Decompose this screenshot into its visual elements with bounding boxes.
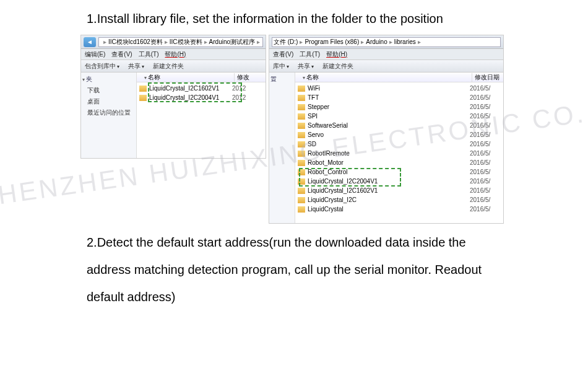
toolbar-library[interactable]: 库中 [273, 62, 289, 71]
explorer-right: 文件 (D:) ▸ Program Files (x86) ▸ Arduino … [269, 35, 504, 224]
breadcrumb-sep: ▸ [361, 38, 364, 45]
table-row[interactable]: SPI2016/5/ [295, 112, 503, 121]
column-headers-right: ▾名称 修改日期 [295, 73, 503, 82]
col-date[interactable]: 修改 [235, 73, 266, 82]
folder-icon [298, 113, 305, 120]
file-date: 2016/5/ [470, 122, 501, 129]
table-row[interactable]: Robot_Control2016/5/ [295, 167, 503, 177]
folder-icon [298, 178, 305, 185]
breadcrumb-sep: ▸ [165, 38, 168, 45]
file-date: 2016/5/ [470, 131, 501, 138]
sidebar-item-recent[interactable]: 最近访问的位置 [82, 107, 135, 118]
file-date: 2016/5/ [470, 187, 501, 194]
toolbar-share[interactable]: 共享 [128, 62, 144, 71]
folder-icon [298, 141, 305, 147]
file-date: 2016/5/ [470, 196, 501, 203]
folder-icon [298, 206, 305, 213]
menu-help[interactable]: 帮助(H) [326, 50, 347, 59]
table-row[interactable]: LiquidCrystal_I2C1602V1 2012 [137, 84, 266, 93]
toolbar-left: 包含到库中 共享 新建文件夹 [81, 60, 266, 73]
table-row[interactable]: LiquidCrystal_I2C2004V12016/5/ [295, 177, 503, 186]
table-row[interactable]: SD2016/5/ [295, 139, 503, 149]
file-list-right: WiFi2016/5/TFT2016/5/Stepper2016/5/SPI20… [295, 82, 503, 215]
instruction-step2: 2.Detect the default start address(run t… [0, 224, 588, 313]
table-row[interactable]: TFT2016/5/ [295, 93, 503, 102]
table-row[interactable]: LiquidCrystal_I2C2016/5/ [295, 195, 503, 204]
breadcrumb-item[interactable]: Arduino [366, 38, 387, 45]
file-date: 2016/5/ [470, 150, 501, 157]
menu-tools[interactable]: 工具(T) [139, 50, 159, 59]
table-row[interactable]: RobotIRremote2016/5/ [295, 149, 503, 158]
file-date: 2012 [232, 85, 263, 92]
file-pane-right: ▾名称 修改日期 WiFi2016/5/TFT2016/5/Stepper201… [295, 73, 503, 223]
file-date: 2016/5/ [470, 141, 501, 147]
table-row[interactable]: LiquidCrystal_I2C1602V12016/5/ [295, 186, 503, 195]
table-row[interactable]: Servo2016/5/ [295, 130, 503, 139]
folder-icon [298, 197, 305, 203]
breadcrumb-left[interactable]: ▸ IIC模块lcd1602资料 ▸ IIC模块资料 ▸ Arduino测试程序… [98, 37, 263, 47]
nav-bar-left: ◄ ▸ IIC模块lcd1602资料 ▸ IIC模块资料 ▸ Arduino测试… [81, 35, 266, 49]
folder-icon [298, 169, 305, 175]
col-name[interactable]: ▾名称 [137, 73, 235, 82]
menu-tools[interactable]: 工具(T) [300, 50, 320, 59]
col-date[interactable]: 修改日期 [472, 73, 503, 82]
folder-icon [298, 123, 305, 129]
file-date: 2016/5/ [470, 85, 501, 92]
breadcrumb-item[interactable]: Arduino测试程序 [209, 38, 255, 46]
instruction-step1: 1.Install library file, set the informat… [0, 0, 588, 35]
folder-icon [298, 132, 305, 138]
folder-icon [298, 188, 305, 194]
breadcrumb-sep: ▸ [103, 38, 106, 45]
breadcrumb-sep: ▸ [257, 38, 260, 45]
breadcrumb-item[interactable]: libraries [394, 38, 416, 45]
breadcrumb-prefix: 文件 (D:) [274, 38, 298, 46]
sidebar-section: 置 [270, 75, 293, 84]
breadcrumb-sep: ▸ [300, 38, 303, 45]
folder-icon [298, 86, 305, 92]
back-button[interactable]: ◄ [84, 37, 96, 47]
table-row[interactable]: LiquidCrystal_I2C2004V1 2012 [137, 93, 266, 102]
toolbar-newfolder[interactable]: 新建文件夹 [153, 62, 184, 71]
toolbar-right: 库中 共享 新建文件夹 [269, 60, 503, 73]
menu-view[interactable]: 查看(V) [273, 50, 293, 59]
toolbar-newfolder[interactable]: 新建文件夹 [322, 62, 353, 71]
menu-view[interactable]: 查看(V) [111, 50, 132, 59]
table-row[interactable]: WiFi2016/5/ [295, 84, 503, 93]
menu-edit[interactable]: 编辑(E) [85, 50, 105, 59]
sidebar-left: ▾夹 下载 桌面 最近访问的位置 [81, 73, 137, 158]
folder-icon [298, 160, 305, 166]
toolbar-library[interactable]: 包含到库中 [85, 62, 119, 71]
file-date: 2016/5/ [470, 103, 501, 110]
table-row[interactable]: SoftwareSerial2016/5/ [295, 121, 503, 130]
folder-icon [298, 151, 305, 157]
file-pane-left: ▾名称 修改 LiquidCrystal_I2C1602V1 2012 Liqu… [137, 73, 266, 158]
menu-bar-right: 查看(V) 工具(T) 帮助(H) [269, 49, 503, 60]
explorers-container: ◄ ▸ IIC模块lcd1602资料 ▸ IIC模块资料 ▸ Arduino测试… [0, 35, 588, 224]
menu-help[interactable]: 帮助(H) [165, 50, 186, 59]
menu-bar-left: 编辑(E) 查看(V) 工具(T) 帮助(H) [81, 49, 266, 60]
file-list-left: LiquidCrystal_I2C1602V1 2012 LiquidCryst… [137, 82, 266, 103]
folder-icon [139, 95, 147, 101]
breadcrumb-sep: ▸ [418, 38, 421, 45]
file-date: 2016/5/ [470, 94, 501, 101]
explorer-body-right: 置 ▾名称 修改日期 WiFi2016/5/TFT2016/5/Stepper2… [269, 73, 503, 223]
breadcrumb-item[interactable]: IIC模块lcd1602资料 [108, 38, 163, 46]
sidebar-section: ▾夹 [82, 75, 135, 84]
breadcrumb-right[interactable]: 文件 (D:) ▸ Program Files (x86) ▸ Arduino … [272, 37, 501, 47]
toolbar-share[interactable]: 共享 [298, 62, 314, 71]
table-row[interactable]: Stepper2016/5/ [295, 102, 503, 112]
breadcrumb-sep: ▸ [204, 38, 207, 45]
sidebar-item-desktop[interactable]: 桌面 [82, 96, 135, 107]
col-name[interactable]: ▾名称 [295, 73, 472, 82]
file-date: 2012 [232, 94, 263, 101]
folder-icon [139, 86, 147, 92]
breadcrumb-item[interactable]: Program Files (x86) [305, 38, 359, 45]
table-row[interactable]: Robot_Motor2016/5/ [295, 158, 503, 167]
file-date: 2016/5/ [470, 206, 501, 213]
folder-icon [298, 95, 305, 101]
sidebar-right: 置 [269, 73, 295, 223]
sidebar-item-downloads[interactable]: 下载 [82, 85, 135, 96]
table-row[interactable]: LiquidCrystal2016/5/ [295, 204, 503, 214]
breadcrumb-item[interactable]: IIC模块资料 [170, 38, 202, 46]
breadcrumb-sep: ▸ [389, 38, 392, 45]
